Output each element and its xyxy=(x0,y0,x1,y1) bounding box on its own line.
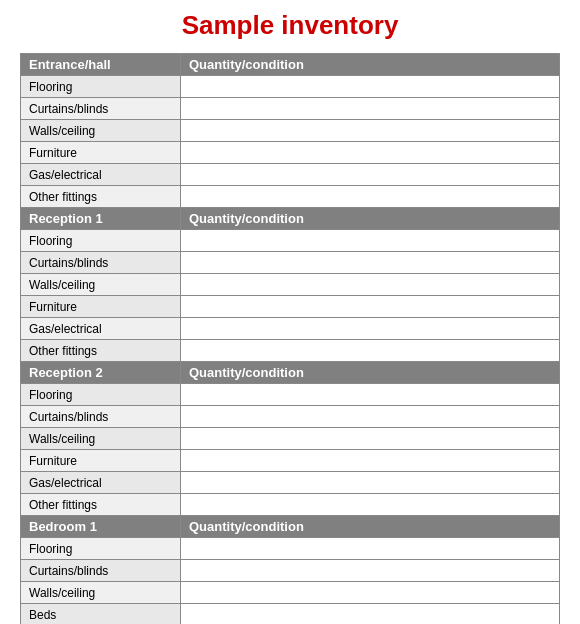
row-value[interactable] xyxy=(181,296,560,318)
row-value[interactable] xyxy=(181,384,560,406)
row-value[interactable] xyxy=(181,98,560,120)
row-label: Curtains/blinds xyxy=(21,98,181,120)
row-label: Other fittings xyxy=(21,186,181,208)
row-value[interactable] xyxy=(181,340,560,362)
row-value[interactable] xyxy=(181,472,560,494)
section-header-bedroom-1: Bedroom 1Quantity/condition xyxy=(21,516,560,538)
row-value[interactable] xyxy=(181,494,560,516)
row-label: Other fittings xyxy=(21,340,181,362)
table-row: Walls/ceiling xyxy=(21,274,560,296)
row-value[interactable] xyxy=(181,428,560,450)
table-row: Furniture xyxy=(21,296,560,318)
section-name-entrance-hall: Entrance/hall xyxy=(21,54,181,76)
row-label: Gas/electrical xyxy=(21,164,181,186)
row-label: Walls/ceiling xyxy=(21,582,181,604)
row-value[interactable] xyxy=(181,406,560,428)
table-row: Walls/ceiling xyxy=(21,582,560,604)
table-row: Beds xyxy=(21,604,560,625)
table-row: Gas/electrical xyxy=(21,318,560,340)
table-row: Gas/electrical xyxy=(21,164,560,186)
row-label: Curtains/blinds xyxy=(21,406,181,428)
row-value[interactable] xyxy=(181,230,560,252)
section-name-bedroom-1: Bedroom 1 xyxy=(21,516,181,538)
row-label: Gas/electrical xyxy=(21,472,181,494)
row-value[interactable] xyxy=(181,560,560,582)
table-row: Flooring xyxy=(21,76,560,98)
row-value[interactable] xyxy=(181,76,560,98)
table-row: Flooring xyxy=(21,538,560,560)
row-value[interactable] xyxy=(181,604,560,625)
row-label: Beds xyxy=(21,604,181,625)
row-value[interactable] xyxy=(181,582,560,604)
row-value[interactable] xyxy=(181,450,560,472)
section-header-reception-1: Reception 1Quantity/condition xyxy=(21,208,560,230)
quantity-label-reception-1: Quantity/condition xyxy=(181,208,560,230)
row-label: Walls/ceiling xyxy=(21,274,181,296)
table-row: Curtains/blinds xyxy=(21,98,560,120)
table-row: Furniture xyxy=(21,142,560,164)
row-value[interactable] xyxy=(181,318,560,340)
table-row: Flooring xyxy=(21,384,560,406)
table-row: Walls/ceiling xyxy=(21,428,560,450)
row-value[interactable] xyxy=(181,538,560,560)
table-row: Other fittings xyxy=(21,186,560,208)
table-row: Other fittings xyxy=(21,494,560,516)
section-header-entrance-hall: Entrance/hallQuantity/condition xyxy=(21,54,560,76)
row-label: Flooring xyxy=(21,76,181,98)
row-label: Other fittings xyxy=(21,494,181,516)
row-label: Curtains/blinds xyxy=(21,252,181,274)
section-header-reception-2: Reception 2Quantity/condition xyxy=(21,362,560,384)
row-value[interactable] xyxy=(181,120,560,142)
row-label: Furniture xyxy=(21,142,181,164)
table-row: Curtains/blinds xyxy=(21,406,560,428)
section-name-reception-2: Reception 2 xyxy=(21,362,181,384)
row-value[interactable] xyxy=(181,252,560,274)
table-row: Furniture xyxy=(21,450,560,472)
row-label: Gas/electrical xyxy=(21,318,181,340)
section-name-reception-1: Reception 1 xyxy=(21,208,181,230)
row-value[interactable] xyxy=(181,164,560,186)
row-label: Furniture xyxy=(21,450,181,472)
quantity-label-entrance-hall: Quantity/condition xyxy=(181,54,560,76)
row-value[interactable] xyxy=(181,186,560,208)
table-row: Curtains/blinds xyxy=(21,560,560,582)
row-label: Flooring xyxy=(21,230,181,252)
row-label: Flooring xyxy=(21,538,181,560)
page-title: Sample inventory xyxy=(20,10,560,41)
table-row: Walls/ceiling xyxy=(21,120,560,142)
row-label: Furniture xyxy=(21,296,181,318)
row-value[interactable] xyxy=(181,142,560,164)
row-label: Curtains/blinds xyxy=(21,560,181,582)
row-label: Flooring xyxy=(21,384,181,406)
quantity-label-bedroom-1: Quantity/condition xyxy=(181,516,560,538)
table-row: Other fittings xyxy=(21,340,560,362)
table-row: Curtains/blinds xyxy=(21,252,560,274)
quantity-label-reception-2: Quantity/condition xyxy=(181,362,560,384)
table-row: Gas/electrical xyxy=(21,472,560,494)
row-value[interactable] xyxy=(181,274,560,296)
row-label: Walls/ceiling xyxy=(21,428,181,450)
row-label: Walls/ceiling xyxy=(21,120,181,142)
table-row: Flooring xyxy=(21,230,560,252)
inventory-table: Entrance/hallQuantity/conditionFlooringC… xyxy=(20,53,560,624)
